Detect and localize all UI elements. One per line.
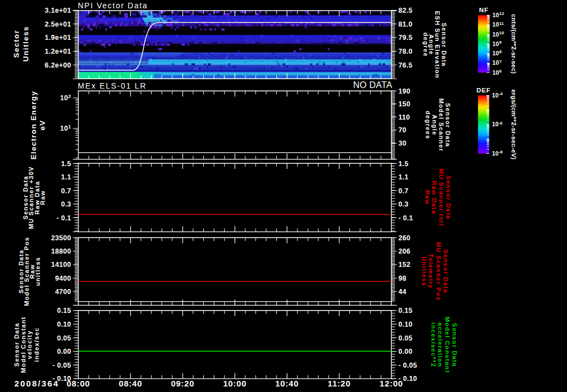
- svg-text:DEF: DEF: [477, 87, 491, 94]
- svg-text:- 0.05: - 0.05: [53, 362, 71, 369]
- svg-text:1.1: 1.1: [399, 173, 409, 181]
- svg-text:Sensor Data: Sensor Data: [451, 323, 458, 367]
- svg-text:1.5: 1.5: [61, 160, 71, 168]
- svg-text:ESH Sun Elevation: ESH Sun Elevation: [434, 11, 441, 79]
- svg-text:0.05: 0.05: [399, 334, 413, 342]
- svg-text:1.5: 1.5: [399, 160, 409, 168]
- svg-text:NF: NF: [479, 7, 488, 13]
- svg-text:Model Constant: Model Constant: [20, 316, 27, 373]
- svg-text:Unitless: Unitless: [421, 256, 427, 286]
- svg-text:150: 150: [399, 100, 411, 108]
- svg-text:08:40: 08:40: [119, 379, 142, 388]
- svg-text:30: 30: [399, 140, 407, 147]
- svg-text:0.15: 0.15: [399, 307, 413, 314]
- svg-text:cnts/(cm**2-sr-sec): cnts/(cm**2-sr-sec): [511, 14, 517, 74]
- svg-text:Telemetry: Telemetry: [427, 254, 434, 289]
- svg-text:acceleration: acceleration: [437, 322, 444, 367]
- svg-text:MEx ELS-01 LR: MEx ELS-01 LR: [78, 81, 147, 90]
- svg-text:Sector: Sector: [12, 29, 20, 58]
- svg-text:0.10: 0.10: [399, 321, 413, 328]
- svg-text:0.3: 0.3: [61, 200, 71, 208]
- svg-text:2.5e+01: 2.5e+01: [45, 20, 71, 28]
- svg-text:ergs/(cm**2-sr-sec-eV): ergs/(cm**2-sr-sec-eV): [511, 89, 517, 159]
- svg-text:degree: degree: [422, 33, 429, 57]
- svg-text:79.5: 79.5: [399, 34, 413, 42]
- svg-text:82.5: 82.5: [399, 7, 413, 14]
- svg-text:11:20: 11:20: [328, 379, 351, 388]
- svg-text:eV: eV: [38, 120, 47, 130]
- svg-text:- 0.1: - 0.1: [56, 214, 71, 222]
- svg-text:0.05: 0.05: [57, 334, 71, 342]
- svg-text:23500: 23500: [51, 234, 71, 242]
- svg-text:Sensor Data: Sensor Data: [445, 176, 452, 220]
- svg-text:1.1: 1.1: [61, 173, 71, 181]
- svg-text:Model Scanner: Model Scanner: [438, 99, 445, 152]
- svg-text:1.9e+01: 1.9e+01: [45, 34, 71, 42]
- svg-text:0.15: 0.15: [57, 307, 71, 314]
- svg-text:0.3: 0.3: [399, 200, 409, 208]
- svg-text:incex/sec**2: incex/sec**2: [430, 322, 437, 367]
- svg-text:Raw: Raw: [424, 190, 431, 205]
- svg-text:index/sec: index/sec: [33, 327, 40, 362]
- svg-text:0.7: 0.7: [61, 187, 71, 195]
- svg-text:- 0.1: - 0.1: [399, 214, 414, 222]
- svg-text:10:40: 10:40: [275, 379, 298, 388]
- svg-text:Model Constant: Model Constant: [444, 317, 451, 373]
- svg-text:4700: 4700: [55, 288, 71, 296]
- svg-text:78.0: 78.0: [399, 48, 413, 55]
- svg-text:44: 44: [399, 288, 407, 296]
- svg-text:98: 98: [399, 275, 407, 282]
- svg-text:76.5: 76.5: [399, 61, 413, 69]
- svg-text:Electron Energy: Electron Energy: [29, 91, 38, 160]
- svg-text:70: 70: [399, 126, 407, 134]
- svg-text:190: 190: [399, 87, 411, 95]
- svg-text:81.0: 81.0: [399, 20, 413, 28]
- svg-text:Sensor Data: Sensor Data: [445, 103, 451, 147]
- svg-text:NO DATA: NO DATA: [353, 80, 393, 90]
- svg-text:Raw: Raw: [39, 190, 46, 205]
- svg-text:degrees: degrees: [425, 111, 431, 140]
- svg-text:0.00: 0.00: [57, 348, 71, 355]
- svg-text:3.1e+01: 3.1e+01: [45, 7, 71, 14]
- svg-text:14100: 14100: [51, 261, 71, 269]
- svg-text:0.7: 0.7: [399, 187, 409, 195]
- svg-text:MU Scanner Intl: MU Scanner Intl: [438, 169, 445, 226]
- svg-text:Sensor Data: Sensor Data: [442, 249, 449, 293]
- svg-text:206: 206: [399, 247, 411, 255]
- svg-text:MU Scanner Pos: MU Scanner Pos: [435, 242, 442, 301]
- svg-text:Angle: Angle: [431, 115, 438, 136]
- svg-text:Raw Data: Raw Data: [431, 180, 437, 214]
- svg-text:Sensor Data: Sensor Data: [441, 23, 447, 67]
- svg-text:9400: 9400: [55, 275, 71, 282]
- svg-text:0.00: 0.00: [399, 348, 413, 355]
- svg-text:0.10: 0.10: [57, 321, 71, 328]
- svg-text:260: 260: [399, 234, 411, 242]
- svg-text:10:00: 10:00: [223, 379, 246, 388]
- svg-text:- 0.10: - 0.10: [399, 375, 417, 383]
- svg-text:152: 152: [399, 261, 411, 269]
- svg-text:- 0.05: - 0.05: [399, 362, 417, 369]
- svg-text:18800: 18800: [51, 247, 71, 255]
- svg-text:6.2e+00: 6.2e+00: [45, 61, 71, 69]
- svg-text:110: 110: [399, 114, 410, 121]
- svg-text:NPI Vector Data: NPI Vector Data: [78, 1, 148, 10]
- svg-text:unitless: unitless: [34, 257, 41, 286]
- svg-text:Sensor Data: Sensor Data: [13, 323, 20, 367]
- svg-text:Unitless: Unitless: [22, 26, 30, 62]
- svg-text:1.2e+01: 1.2e+01: [45, 48, 71, 55]
- svg-text:velocity: velocity: [26, 330, 33, 359]
- svg-text:09:20: 09:20: [171, 379, 194, 388]
- svg-text:- 0.10: - 0.10: [53, 375, 71, 383]
